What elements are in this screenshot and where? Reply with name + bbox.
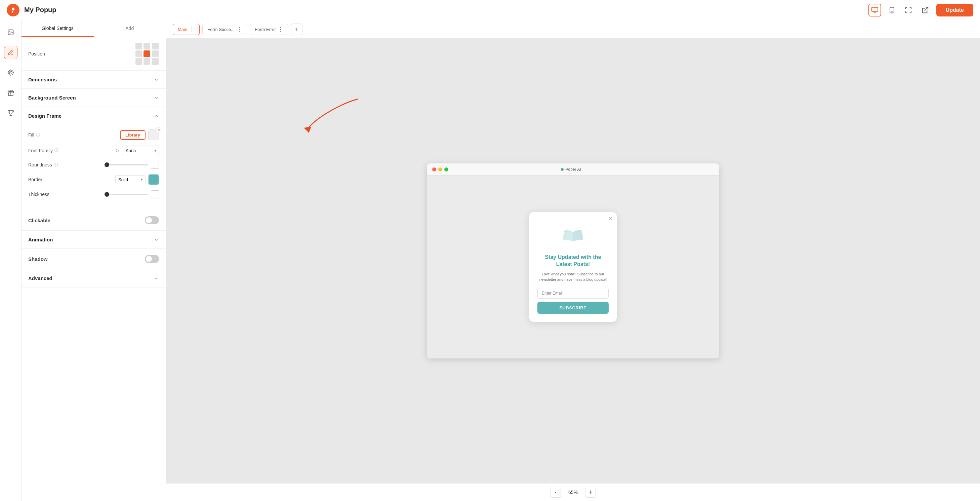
section-animation: Animation — [22, 231, 166, 249]
svg-text:✦: ✦ — [581, 230, 583, 231]
sidebar-icon-pen[interactable] — [4, 46, 18, 59]
add-tab-button[interactable]: + — [291, 24, 302, 35]
canvas-tab-main[interactable]: Main ⋮ — [173, 24, 200, 35]
font-family-label: Font Family ⓘ — [28, 148, 59, 153]
fill-info-icon[interactable]: ⓘ — [36, 132, 40, 138]
advanced-header[interactable]: Advanced — [22, 269, 166, 287]
grid-cell-tl[interactable] — [135, 43, 142, 49]
grid-cell-tc[interactable] — [143, 43, 150, 49]
design-frame-content: Fill ⓘ Library ✕ Font Family ⓘ — [22, 125, 166, 210]
popup-image-area: ✦ + ✦ + ✦ — [556, 222, 590, 249]
popup-subscribe-button[interactable]: SUBSCRIBE — [538, 302, 609, 314]
border-color-swatch[interactable] — [148, 174, 159, 185]
grid-cell-ml[interactable] — [135, 50, 142, 57]
sidebar-icon-target[interactable] — [4, 66, 18, 79]
dimensions-header[interactable]: Dimensions — [22, 70, 166, 88]
grid-cell-bc[interactable] — [143, 58, 150, 65]
design-frame-header[interactable]: Design Frame — [22, 107, 166, 125]
topbar-right: Update — [869, 4, 973, 16]
font-family-right: ↻ Karla Arial Roboto — [115, 145, 159, 155]
dot-green — [444, 168, 448, 171]
canvas-tab-form-success[interactable]: Form Succe... ⋮ — [202, 24, 247, 35]
mobile-device-btn[interactable] — [886, 4, 897, 16]
position-grid[interactable] — [135, 43, 159, 65]
thickness-square-icon — [151, 190, 159, 198]
tab-add[interactable]: Add — [94, 20, 166, 37]
sidebar-icon-image[interactable] — [4, 26, 18, 39]
sidebar-icon-trophy[interactable] — [4, 106, 18, 120]
arrow-svg — [297, 96, 364, 136]
roundness-info-icon[interactable]: ⓘ — [54, 162, 58, 168]
shadow-toggle-slider — [145, 255, 159, 263]
update-button[interactable]: Update — [936, 4, 973, 16]
external-link-btn[interactable] — [920, 4, 931, 16]
panel-tabs: Global Settings Add — [22, 20, 166, 37]
grid-cell-tr[interactable] — [152, 43, 159, 49]
success-tab-dots[interactable]: ⋮ — [237, 26, 242, 33]
library-button[interactable]: Library — [120, 130, 146, 140]
section-clickable: Clickable — [22, 210, 166, 231]
advanced-label: Advanced — [28, 275, 52, 281]
grid-cell-mc[interactable] — [143, 50, 150, 57]
thickness-row: Thickness — [28, 190, 159, 198]
svg-text:+: + — [579, 226, 581, 228]
popup-email-input[interactable] — [538, 288, 609, 298]
canvas-tab-form-error[interactable]: Form Error ⋮ — [250, 24, 288, 35]
fullscreen-btn[interactable] — [903, 4, 914, 16]
section-design-frame: Design Frame Fill ⓘ Library ✕ — [22, 107, 166, 210]
roundness-label: Roundness ⓘ — [28, 162, 58, 168]
error-tab-dots[interactable]: ⋮ — [278, 26, 283, 33]
main-tab-dots[interactable]: ⋮ — [189, 26, 194, 33]
background-screen-label: Background Screen — [28, 95, 76, 101]
canvas-tab-success-label: Form Succe... — [207, 27, 235, 32]
thickness-label: Thickness — [28, 191, 49, 197]
background-screen-header[interactable]: Background Screen — [22, 89, 166, 107]
poper-label: Poper AI — [565, 167, 581, 172]
desktop-device-btn[interactable] — [869, 4, 881, 16]
border-style-select[interactable]: Solid Dashed Dotted None — [115, 175, 146, 184]
zoom-in-button[interactable]: + — [585, 487, 596, 498]
position-row: Position — [22, 37, 166, 70]
grid-cell-bl[interactable] — [135, 58, 142, 65]
section-shadow: Shadow — [22, 249, 166, 269]
font-family-info-icon[interactable]: ⓘ — [54, 148, 59, 153]
browser-content: ✕ — [427, 176, 719, 359]
dimensions-label: Dimensions — [28, 77, 57, 82]
thickness-slider[interactable] — [105, 194, 148, 195]
arrow-overlay — [297, 96, 364, 136]
popup-title: Stay Updated with the Latest Posts! — [538, 254, 609, 268]
grid-cell-mr[interactable] — [152, 50, 159, 57]
roundness-row: Roundness ⓘ — [28, 161, 159, 169]
clickable-toggle[interactable] — [145, 216, 159, 224]
section-advanced: Advanced — [22, 269, 166, 287]
canvas-tabs: Main ⋮ Form Succe... ⋮ Form Error ⋮ + — [166, 20, 980, 39]
zoom-bar: - 65% + — [166, 483, 980, 501]
dot-red — [432, 168, 436, 171]
book-illustration: ✦ + ✦ + ✦ — [558, 223, 588, 247]
poper-status-dot — [561, 168, 563, 171]
fill-row: Fill ⓘ Library ✕ — [28, 129, 159, 140]
main-layout: Global Settings Add Position — [0, 20, 980, 501]
popup-close-button[interactable]: ✕ — [608, 215, 612, 222]
fill-color-swatch[interactable]: ✕ — [148, 129, 159, 140]
grid-cell-br[interactable] — [152, 58, 159, 65]
tab-global-settings[interactable]: Global Settings — [22, 20, 94, 37]
browser-dots — [432, 168, 448, 171]
settings-panel: Global Settings Add Position — [22, 20, 166, 501]
position-label: Position — [28, 51, 45, 56]
font-family-select[interactable]: Karla Arial Roboto — [122, 145, 159, 155]
sidebar-icon-gift[interactable] — [4, 86, 18, 99]
font-family-row: Font Family ⓘ ↻ Karla Arial Roboto — [28, 145, 159, 155]
shadow-toggle[interactable] — [145, 255, 159, 263]
svg-text:✦: ✦ — [576, 228, 578, 230]
roundness-slider[interactable] — [105, 164, 148, 166]
font-refresh-icon[interactable]: ↻ — [115, 148, 119, 153]
canvas-tab-main-label: Main — [178, 27, 187, 32]
animation-label: Animation — [28, 237, 53, 243]
poper-badge: Poper AI — [561, 167, 581, 172]
swatch-remove-badge[interactable]: ✕ — [156, 127, 161, 132]
shadow-row: Shadow — [22, 249, 166, 269]
section-background-screen: Background Screen — [22, 89, 166, 107]
zoom-out-button[interactable]: - — [550, 487, 561, 498]
animation-header[interactable]: Animation — [22, 231, 166, 249]
